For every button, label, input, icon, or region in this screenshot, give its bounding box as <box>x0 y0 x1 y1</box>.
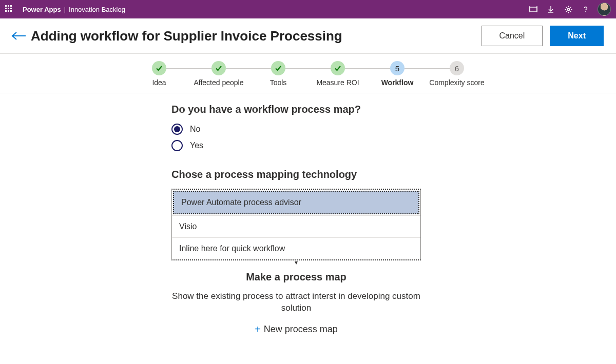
step-3[interactable]: Tools <box>248 61 308 88</box>
back-button[interactable] <box>10 28 31 44</box>
step-label: Workflow <box>368 78 427 88</box>
new-process-map-label: New process map <box>264 324 338 335</box>
question-workflow-map: Do you have a workflow process map? <box>171 104 616 115</box>
fit-icon[interactable] <box>525 0 542 18</box>
make-process-map-sub: Show the existing process to attract int… <box>171 290 421 315</box>
radio-no[interactable]: No <box>171 124 616 135</box>
avatar[interactable] <box>598 3 611 16</box>
radio-group-workflow-map: NoYes <box>171 124 616 151</box>
brand-label: Power Apps <box>23 6 61 13</box>
settings-icon[interactable] <box>560 0 577 18</box>
option-visio[interactable]: Visio <box>172 215 420 237</box>
step-2[interactable]: Affected people <box>189 61 248 88</box>
check-icon <box>152 61 166 75</box>
svg-point-6 <box>585 11 586 12</box>
wizard-content: Do you have a workflow process map? NoYe… <box>0 93 616 336</box>
step-label: Idea <box>129 78 189 88</box>
page-title: Adding workflow for Supplier Invoice Pro… <box>31 28 474 44</box>
step-number: 5 <box>390 61 405 75</box>
new-process-map-button[interactable]: + New process map <box>255 323 338 335</box>
radio-icon <box>171 140 183 151</box>
mapping-tech-listbox[interactable]: Power Automate process advisorVisioInlin… <box>171 189 421 265</box>
download-icon[interactable] <box>542 0 560 18</box>
check-icon <box>331 61 345 75</box>
step-label: Tools <box>248 78 308 88</box>
check-icon <box>211 61 226 75</box>
cancel-button[interactable]: Cancel <box>482 26 543 46</box>
help-icon[interactable] <box>577 0 594 18</box>
svg-rect-0 <box>530 7 537 11</box>
radio-yes[interactable]: Yes <box>171 140 616 151</box>
plus-icon: + <box>255 323 261 335</box>
app-launcher-icon[interactable] <box>5 5 13 13</box>
step-number: 6 <box>450 61 464 75</box>
step-4[interactable]: Measure ROI <box>308 61 368 88</box>
step-label: Complexity score <box>427 78 487 88</box>
make-process-map-heading: Make a process map <box>171 271 421 283</box>
step-1[interactable]: Idea <box>129 61 189 88</box>
check-icon <box>271 61 285 75</box>
question-mapping-tech: Chose a process mapping technology <box>171 169 616 180</box>
step-6[interactable]: 6Complexity score <box>427 61 487 88</box>
brand-separator: | <box>64 6 66 13</box>
radio-label: Yes <box>190 141 203 150</box>
step-label: Affected people <box>189 78 248 88</box>
app-name-label: Innovation Backlog <box>69 6 125 13</box>
global-header: Power Apps | Innovation Backlog <box>0 0 616 18</box>
svg-point-5 <box>567 8 569 10</box>
radio-icon <box>171 124 183 135</box>
dropdown-caret-icon: ▾ <box>171 260 421 265</box>
option-power-automate-process-advisor[interactable]: Power Automate process advisor <box>173 191 419 214</box>
option-inline-here-for-quick-workflow[interactable]: Inline here for quick workflow <box>172 237 420 259</box>
step-label: Measure ROI <box>308 78 368 88</box>
wizard-stepper: IdeaAffected peopleToolsMeasure ROI5Work… <box>0 54 616 93</box>
next-button[interactable]: Next <box>550 26 604 46</box>
page-header: Adding workflow for Supplier Invoice Pro… <box>0 18 616 54</box>
step-5[interactable]: 5Workflow <box>368 61 427 88</box>
radio-label: No <box>190 125 200 134</box>
